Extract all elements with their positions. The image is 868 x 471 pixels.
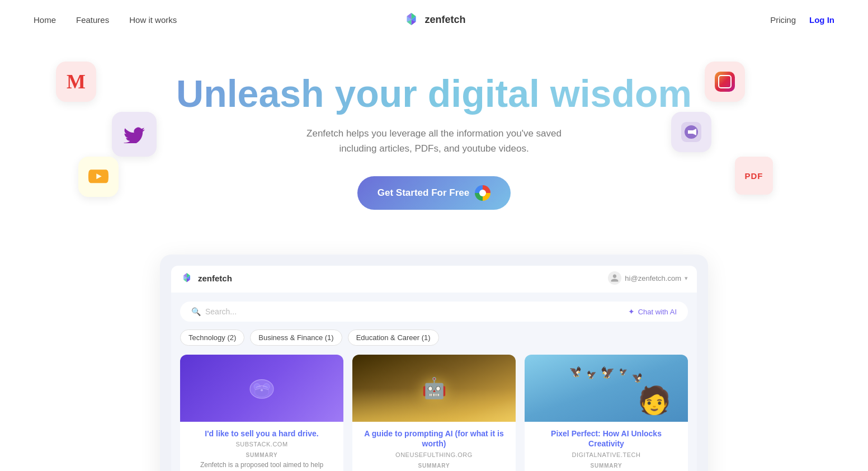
search-placeholder-text: Search...: [205, 307, 237, 316]
svg-rect-7: [681, 122, 701, 142]
app-user-info: hi@zenfetch.com ▾: [608, 271, 688, 285]
app-preview: zenfetch hi@zenfetch.com ▾ 🔍 Search...: [160, 255, 708, 471]
card-1-image: [180, 355, 343, 422]
nav-features[interactable]: Features: [76, 15, 109, 25]
cta-button[interactable]: Get Started For Free: [357, 176, 511, 210]
card-3-source: DIGITALNATIVE.TECH: [532, 451, 680, 458]
card-2: 🤖 A guide to prompting AI (for what it i…: [352, 355, 516, 471]
nav-right: Pricing Log In: [770, 15, 834, 25]
nav-login[interactable]: Log In: [809, 15, 834, 25]
card-2-body: A guide to prompting AI (for what it is …: [352, 422, 516, 471]
pdf-label: PDF: [745, 171, 763, 181]
user-dropdown-icon[interactable]: ▾: [685, 275, 688, 282]
app-logo-icon: [180, 271, 194, 285]
zoom-icon: [671, 112, 711, 152]
card-1-body: I'd like to sell you a hard drive. SUBST…: [180, 422, 343, 471]
app-brand-text: zenfetch: [198, 274, 232, 283]
navbar: Home Features How it works zenfetch Pric…: [0, 0, 868, 39]
cta-label: Get Started For Free: [378, 187, 469, 199]
hero-section: M PDF Unleash your digital wi: [0, 39, 868, 471]
search-left: 🔍 Search...: [191, 307, 237, 316]
search-bar: 🔍 Search... ✦ Chat with AI: [180, 302, 688, 322]
card-2-image: 🤖: [352, 355, 516, 422]
card-2-label: SUMMARY: [360, 463, 508, 469]
card-1-summary: Zenfetch is a proposed tool aimed to hel…: [188, 460, 336, 471]
user-email: hi@zenfetch.com: [625, 274, 681, 282]
card-3-image: 🦅 🦅 🦅 🦅 🦅 🧑: [525, 355, 688, 422]
nav-brand-text: zenfetch: [424, 14, 465, 26]
nav-home[interactable]: Home: [34, 15, 56, 25]
nav-pricing[interactable]: Pricing: [770, 15, 796, 25]
app-topbar: zenfetch hi@zenfetch.com ▾: [171, 266, 697, 293]
card-1: I'd like to sell you a hard drive. SUBST…: [180, 355, 343, 471]
app-body: 🔍 Search... ✦ Chat with AI Technology (2…: [171, 293, 697, 471]
filter-education[interactable]: Education & Career (1): [348, 329, 439, 346]
card-1-source: SUBSTACK.COM: [188, 441, 336, 448]
user-avatar-icon: [608, 271, 621, 285]
pdf-icon: PDF: [735, 157, 773, 195]
app-logo: zenfetch: [180, 271, 232, 285]
nav-left: Home Features How it works: [34, 15, 177, 25]
filter-business[interactable]: Business & Finance (1): [250, 329, 342, 346]
card-3-label: SUMMARY: [532, 463, 680, 469]
card-1-label: SUMMARY: [188, 452, 336, 458]
youtube-icon: [78, 157, 119, 197]
cards-grid: I'd like to sell you a hard drive. SUBST…: [180, 355, 688, 471]
twitter-icon: [112, 112, 157, 157]
card-3-body: Pixel Perfect: How AI Unlocks Creativity…: [525, 422, 688, 471]
chat-ai-icon: ✦: [628, 307, 635, 316]
zenfetch-logo-icon: [402, 11, 420, 29]
svg-point-19: [261, 389, 263, 392]
filter-tags: Technology (2) Business & Finance (1) Ed…: [180, 329, 688, 346]
nav-how-it-works[interactable]: How it works: [129, 15, 177, 25]
chrome-icon: [475, 185, 490, 201]
hero-title: Unleash your digital wisdom: [11, 73, 857, 115]
chat-ai-button[interactable]: ✦ Chat with AI: [628, 307, 677, 316]
card-2-source: ONEUSEFULTHING.ORG: [360, 451, 508, 458]
svg-point-8: [685, 125, 698, 139]
search-icon: 🔍: [191, 307, 201, 316]
nav-brand-center: zenfetch: [402, 11, 465, 29]
card-3: 🦅 🦅 🦅 🦅 🦅 🧑 Pixel Perfect: How AI Unlock…: [525, 355, 688, 471]
chat-ai-label: Chat with AI: [638, 308, 677, 316]
filter-technology[interactable]: Technology (2): [180, 329, 244, 346]
card-1-title: I'd like to sell you a hard drive.: [188, 428, 336, 439]
card-3-title: Pixel Perfect: How AI Unlocks Creativity: [532, 428, 680, 449]
card-2-title: A guide to prompting AI (for what it is …: [360, 428, 508, 449]
hero-subtitle: Zenfetch helps you leverage all the info…: [300, 126, 568, 156]
